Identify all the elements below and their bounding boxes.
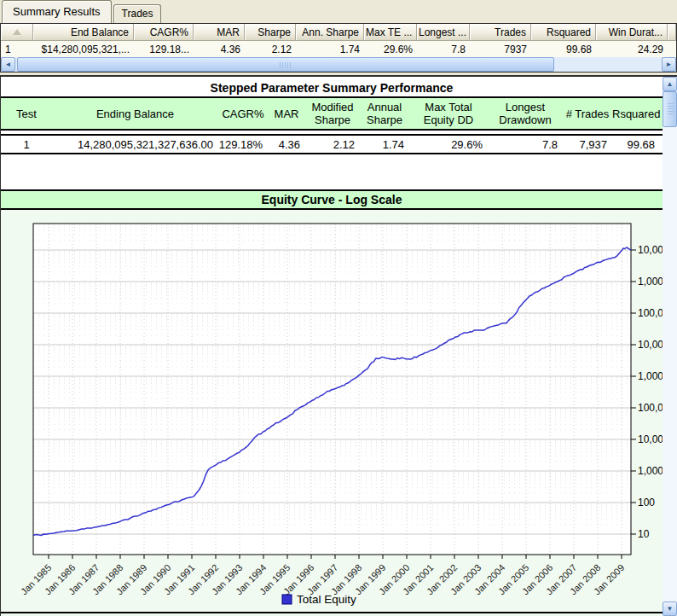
tab-summary-results-label: Summary Results [13, 5, 101, 18]
summary-table-title: Stepped Parameter Summary Performance [1, 77, 663, 96]
grid-cell[interactable]: 99.68 [531, 41, 596, 57]
grid-column-header-sharpe[interactable]: Sharpe [245, 24, 296, 41]
report-content[interactable]: Stepped Parameter Summary Performance Te… [1, 77, 663, 616]
results-grid: End BalanceCAGR%MARSharpeAnn. SharpeMax … [0, 23, 677, 73]
summary-table-header: TestEnding BalanceCAGR%MARModified Sharp… [1, 96, 663, 131]
svg-text:10,000: 10,000 [638, 433, 663, 445]
grid-column-header-ann-sharpe[interactable]: Ann. Sharpe [296, 24, 364, 41]
tab-summary-results[interactable]: Summary Results [2, 0, 112, 23]
tab-trades-label: Trades [122, 8, 153, 20]
grid-data-row[interactable]: 1$14,280,095,321,...129.18...4.362.121.7… [1, 41, 676, 57]
summary-cell: 29.6% [409, 138, 488, 151]
vscrollbar-thumb[interactable] [663, 91, 677, 127]
svg-text:10,000,000,000: 10,000,000,000 [638, 244, 663, 256]
grid-cell[interactable]: $14,280,095,321,... [33, 41, 134, 57]
summary-column-header: Test [1, 108, 52, 120]
grid-column-header-longest[interactable]: Longest ... [417, 24, 470, 41]
svg-text:100: 100 [638, 497, 655, 508]
summary-cell: 99.68 [612, 138, 660, 151]
svg-text:10: 10 [638, 528, 650, 540]
scroll-left-button[interactable]: ◄ [1, 57, 15, 72]
svg-text:100,000,000: 100,000,000 [638, 307, 663, 319]
summary-column-header: Ending Balance [52, 108, 218, 120]
svg-text:1,000: 1,000 [638, 465, 663, 477]
summary-column-header: Max Total Equity DD [409, 101, 488, 126]
scroll-up-button[interactable]: ▲ [663, 77, 677, 91]
grid-header-filler [668, 24, 676, 41]
scroll-right-button[interactable]: ► [662, 57, 676, 72]
svg-text:1,000,000: 1,000,000 [638, 370, 663, 382]
report-vertical-scrollbar[interactable]: ▲ ▼ [663, 77, 677, 616]
tab-trades[interactable]: Trades [113, 4, 162, 23]
summary-column-header: Longest Drawdown [488, 101, 563, 126]
svg-text:1,000,000,000: 1,000,000,000 [638, 276, 663, 288]
svg-text:100,000: 100,000 [638, 402, 663, 414]
grid-column-header-row-selector[interactable] [1, 24, 33, 41]
grid-cell[interactable]: 1.74 [296, 41, 364, 57]
grid-column-header-cagr[interactable]: CAGR% [134, 24, 194, 41]
grid-column-header-end-balance[interactable]: End Balance [33, 24, 134, 41]
summary-column-header: MAR [268, 108, 305, 120]
grid-horizontal-scrollbar[interactable]: ◄ ► [1, 57, 676, 72]
grid-cell[interactable]: 29.6% [364, 41, 417, 57]
grid-cell[interactable]: 7937 [470, 41, 531, 57]
grid-column-header-trades[interactable]: Trades [470, 24, 531, 41]
summary-cell: 1 [1, 138, 52, 151]
svg-text:10,000,000: 10,000,000 [638, 339, 663, 351]
grid-column-header-max-te[interactable]: Max TE ... [364, 24, 417, 41]
grid-column-header-rsquared[interactable]: Rsquared [531, 24, 596, 41]
sort-indicator-icon [13, 29, 21, 35]
grid-cell[interactable]: 24.29 [596, 41, 668, 57]
tab-bar: Summary Results Trades [0, 0, 677, 23]
report-panel: Stepped Parameter Summary Performance Te… [0, 75, 677, 616]
summary-cell: 7,937 [563, 138, 612, 151]
app-window: Summary Results Trades End BalanceCAGR%M… [0, 0, 677, 616]
scroll-down-button[interactable]: ▼ [663, 601, 677, 616]
summary-table-row: 114,280,095,321,327,636.00129.18%4.362.1… [1, 134, 663, 154]
equity-chart-title: Equity Curve - Log Scale [1, 189, 663, 210]
summary-column-header: # Trades [563, 108, 612, 120]
legend-swatch [282, 595, 292, 604]
grid-cell[interactable]: 129.18... [134, 41, 194, 57]
hscrollbar-track[interactable] [15, 57, 662, 72]
legend-label: Total Equity [297, 593, 356, 606]
summary-cell: 2.12 [305, 138, 360, 151]
summary-column-header: Annual Sharpe [360, 101, 409, 126]
grid-cell[interactable]: 2.12 [245, 41, 296, 57]
grid-cell[interactable]: 7.8 [417, 41, 470, 57]
summary-cell: 14,280,095,321,327,636.00 [52, 138, 218, 151]
equity-curve-svg: Jan 1985Jan 1986Jan 1987Jan 1988Jan 1989… [1, 210, 663, 616]
grid-cell[interactable]: 1 [1, 41, 33, 57]
grid-column-header-mar[interactable]: MAR [194, 24, 245, 41]
summary-column-header: CAGR% [218, 108, 268, 120]
summary-cell: 129.18% [218, 138, 268, 151]
grid-column-header-win-durat[interactable]: Win Durat... [596, 24, 668, 41]
hscrollbar-thumb[interactable] [17, 57, 554, 72]
summary-cell: 7.8 [488, 138, 563, 151]
grid-cell[interactable]: 4.36 [194, 41, 245, 57]
equity-chart: Jan 1985Jan 1986Jan 1987Jan 1988Jan 1989… [1, 210, 663, 616]
grid-header-row: End BalanceCAGR%MARSharpeAnn. SharpeMax … [1, 24, 676, 41]
summary-column-header: Rsquared [612, 108, 660, 120]
summary-cell: 1.74 [360, 138, 409, 151]
summary-column-header: Modified Sharpe [305, 101, 360, 126]
summary-cell: 4.36 [268, 138, 305, 151]
